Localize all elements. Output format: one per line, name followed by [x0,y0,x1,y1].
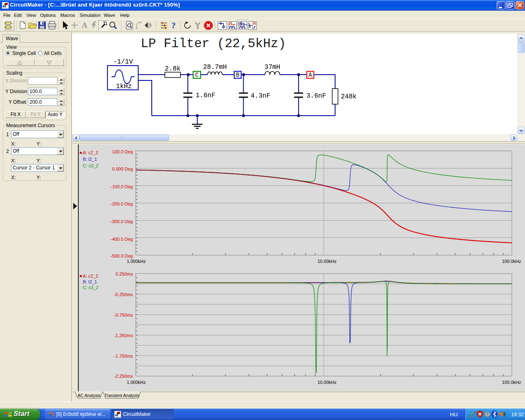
svg-text:A: c2_2: A: c2_2 [83,274,98,278]
svg-text:3.6nF: 3.6nF [306,92,326,100]
svg-text:-300.0 Deg: -300.0 Deg [111,219,133,224]
svg-text:B: l2_1: B: l2_1 [83,157,97,162]
svg-text:-2.250ms: -2.250ms [114,374,133,379]
svg-text:C: C [195,72,199,78]
svg-text:-200.0 Deg: -200.0 Deg [111,201,133,206]
svg-text:C: c3_2: C: c3_2 [83,163,98,168]
svg-text:-100.0 Deg: -100.0 Deg [111,184,133,189]
svg-text:100.0kHz: 100.0kHz [502,380,521,385]
svg-text:248k: 248k [341,93,356,100]
svg-text:28.7mH: 28.7mH [203,64,227,71]
svg-text:-1.250ms: -1.250ms [114,333,133,338]
svg-text:AC Analysis: AC Analysis [78,393,100,398]
svg-text:-500.0 Deg: -500.0 Deg [111,253,133,258]
svg-text:Transient Analysis: Transient Analysis [105,393,139,398]
svg-text:-1.750ms: -1.750ms [114,354,133,358]
svg-text:C: c3_2: C: c3_2 [83,285,98,290]
svg-text:2.8k: 2.8k [165,65,180,73]
svg-text:0.000 Deg: 0.000 Deg [112,167,133,171]
svg-text:4.3nF: 4.3nF [251,92,270,100]
svg-text:1kHz: 1kHz [116,83,132,90]
svg-text:A: A [82,21,87,30]
svg-text:A: A [308,72,312,78]
svg-text:1.000kHz: 1.000kHz [127,259,146,264]
svg-text:?: ? [171,21,176,30]
svg-text:-0.750ms: -0.750ms [114,313,133,317]
svg-text:100.0kHz: 100.0kHz [502,259,521,264]
svg-text:-1/1V: -1/1V [113,58,133,66]
svg-text:LP Filter (22,5kHz): LP Filter (22,5kHz) [141,37,286,51]
svg-text:A: c2_2: A: c2_2 [83,150,98,155]
svg-text:0.250ms: 0.250ms [116,272,133,276]
svg-text:10.00kHz: 10.00kHz [317,380,336,385]
svg-text:100.0 Deg: 100.0 Deg [112,149,133,154]
svg-text:-0.250ms: -0.250ms [114,292,133,297]
svg-text:B: l2_1: B: l2_1 [83,279,97,284]
svg-text:1.000kHz: 1.000kHz [127,380,146,385]
svg-text:-400.0 Deg: -400.0 Deg [111,237,133,242]
svg-text:1.6nF: 1.6nF [196,92,215,99]
svg-text:10.00kHz: 10.00kHz [317,259,336,264]
svg-text:B: B [236,72,239,78]
svg-text:37mH: 37mH [265,64,280,71]
